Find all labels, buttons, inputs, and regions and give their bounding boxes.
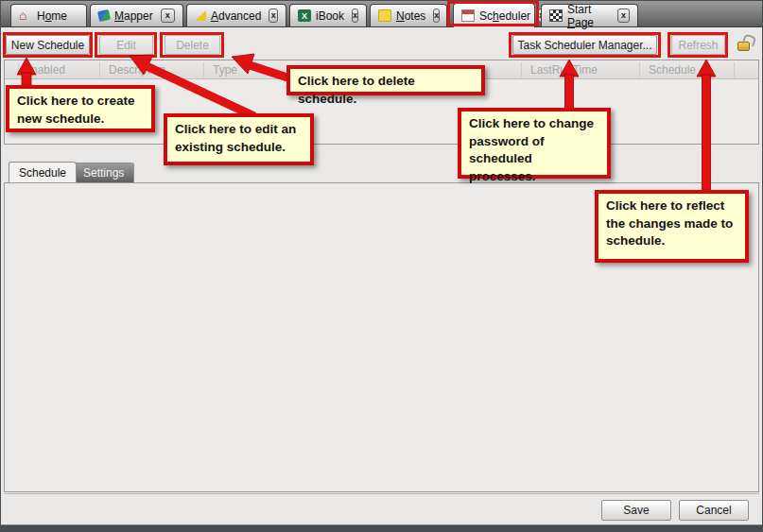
column-separator <box>203 62 204 77</box>
status-strip <box>1 524 762 531</box>
start-page-icon <box>549 9 563 22</box>
tab-start-page[interactable]: Start Page x <box>541 4 638 26</box>
callout-delete-schedule: Click here to delete schedule. <box>286 65 485 95</box>
task-scheduler-manager-button[interactable]: Task Scheduler Manager... <box>512 35 657 55</box>
tab-ibook-label: iBook <box>316 9 344 23</box>
tab-mapper[interactable]: Mapper x <box>90 4 183 26</box>
column-separator <box>734 62 735 77</box>
ibook-icon: X <box>298 9 311 22</box>
scheduler-window: ⌂ Home Mapper x Advanced x X iBook x Not… <box>0 0 763 532</box>
tab-schedule-label: Schedule <box>19 166 66 180</box>
tab-home[interactable]: ⌂ Home <box>10 4 87 26</box>
tab-start-page-close-icon[interactable]: x <box>617 9 630 23</box>
tab-settings[interactable]: Settings <box>73 163 134 182</box>
column-separator <box>521 62 522 77</box>
refresh-button[interactable]: Refresh <box>671 35 725 55</box>
tab-scheduler-label: Scheduler <box>479 9 530 23</box>
tab-start-page-label: Start Page <box>567 3 610 29</box>
tab-scheduler[interactable]: Scheduler x <box>453 3 535 27</box>
tab-notes-close-icon[interactable]: x <box>433 9 440 23</box>
new-schedule-button[interactable]: New Schedule <box>6 35 90 55</box>
column-separator <box>18 62 19 77</box>
callout-refresh-changes: Click here to reflect the changes made t… <box>595 190 749 263</box>
column-separator <box>99 62 100 77</box>
tab-settings-label: Settings <box>83 166 124 180</box>
tab-advanced-label: Advanced <box>211 9 261 23</box>
home-icon: ⌂ <box>19 9 32 22</box>
callout-change-password: Click here to change password of schedul… <box>458 108 611 179</box>
tab-ibook-close-icon[interactable]: x <box>352 9 358 23</box>
column-type[interactable]: Type <box>213 63 237 77</box>
mapper-icon <box>97 9 111 22</box>
document-tab-bar: ⌂ Home Mapper x Advanced x X iBook x Not… <box>1 1 762 27</box>
column-description[interactable]: Description <box>109 63 165 77</box>
save-button[interactable]: Save <box>601 500 671 521</box>
tab-home-label: Home <box>37 9 67 23</box>
tab-ibook[interactable]: X iBook x <box>289 4 367 26</box>
tab-notes-label: Notes <box>396 9 425 23</box>
tab-advanced-close-icon[interactable]: x <box>269 9 278 23</box>
column-schedule[interactable]: Schedule <box>649 63 696 77</box>
tab-mapper-close-icon[interactable]: x <box>161 9 175 23</box>
column-lastruntime[interactable]: LastRunTime <box>530 63 598 77</box>
tab-mapper-label: Mapper <box>114 9 153 23</box>
edit-button[interactable]: Edit <box>99 35 153 55</box>
column-enabled[interactable]: Enabled <box>24 63 65 77</box>
advanced-icon <box>195 10 206 21</box>
column-separator <box>639 62 640 77</box>
scheduler-icon <box>461 9 475 22</box>
callout-create-schedule: Click here to create new schedule. <box>6 85 155 132</box>
tab-notes[interactable]: Notes x <box>370 4 447 26</box>
callout-edit-schedule: Click here to edit an existing schedule. <box>164 113 314 165</box>
unlock-icon[interactable] <box>737 42 750 51</box>
delete-button[interactable]: Delete <box>165 35 220 55</box>
tab-schedule[interactable]: Schedule <box>9 162 77 182</box>
footer-divider <box>4 493 759 494</box>
notes-icon <box>378 9 391 22</box>
cancel-button[interactable]: Cancel <box>679 500 749 521</box>
tab-advanced[interactable]: Advanced x <box>186 4 286 26</box>
